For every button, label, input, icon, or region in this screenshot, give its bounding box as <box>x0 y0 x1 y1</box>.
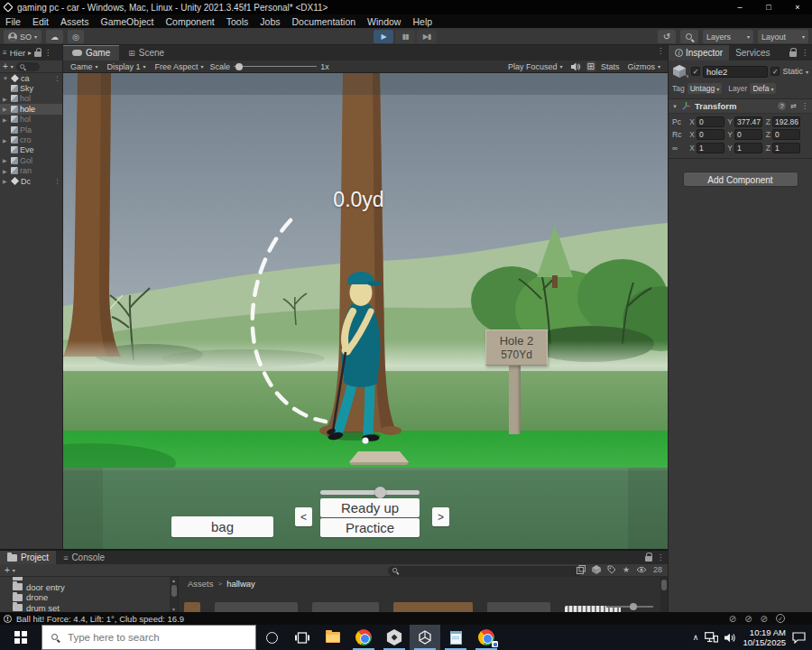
next-arrow-button[interactable]: > <box>432 507 449 526</box>
task-view-button[interactable] <box>287 625 318 650</box>
start-button[interactable] <box>0 625 42 650</box>
scale-link-icon[interactable]: ∞ <box>672 144 687 153</box>
menu-help[interactable]: Help <box>412 16 432 27</box>
scale-y-field[interactable]: 1 <box>734 143 762 153</box>
hierarchy-tab[interactable]: ≡ Hier ▸ ⋮ <box>0 45 62 60</box>
prev-arrow-button[interactable]: < <box>295 507 312 526</box>
kebab-icon[interactable]: ⋮ <box>657 553 664 562</box>
help-icon[interactable]: ? <box>778 102 786 110</box>
bag-button[interactable]: bag <box>171 516 273 537</box>
transform-header[interactable]: ▼ Transform ? ⇄ ⋮ <box>669 99 812 114</box>
aspect-dropdown[interactable]: Free Aspect ▾ <box>152 62 207 71</box>
layout-dropdown[interactable]: Layout ▾ <box>758 30 808 43</box>
lock-icon[interactable] <box>789 51 797 57</box>
undo-history-button[interactable]: ↺ <box>658 30 676 43</box>
menu-tools[interactable]: Tools <box>226 16 249 27</box>
account-dropdown[interactable]: SO ▾ <box>4 30 42 43</box>
tab-project[interactable]: Project <box>0 551 56 564</box>
rotation-z-field[interactable]: 0 <box>772 129 800 140</box>
tag-icon[interactable] <box>607 565 616 574</box>
cache-disabled-icon[interactable]: ⊘ <box>761 614 768 624</box>
tab-inspector[interactable]: i Inspector <box>669 45 729 60</box>
object-name-field[interactable]: hole2 <box>703 66 768 78</box>
maximize-button[interactable]: □ <box>754 0 783 14</box>
breadcrumb-current[interactable]: hallway <box>226 579 255 589</box>
menu-edit[interactable]: Edit <box>32 16 49 27</box>
status-message[interactable]: Ball hit! Force: 4.4, Lift: 1°, Club spe… <box>16 614 184 624</box>
hierarchy-item[interactable]: ▶ Gol <box>0 155 62 165</box>
foldout-closed-icon[interactable]: ▶ <box>3 157 9 163</box>
log-warning-icon[interactable]: ! <box>4 615 12 623</box>
tab-console[interactable]: ≡ Console <box>56 551 112 564</box>
folder-row[interactable]: drone <box>0 592 170 603</box>
power-slider-handle[interactable] <box>374 487 386 498</box>
taskbar-clock[interactable]: 10:19 AM 10/15/2025 <box>743 627 786 647</box>
taskbar-search-input[interactable] <box>66 631 228 644</box>
kebab-icon[interactable]: ⋮ <box>801 102 808 110</box>
tag-dropdown[interactable]: Untagg ▾ <box>687 83 722 94</box>
play-button[interactable]: ▶ <box>374 30 393 43</box>
position-z-field[interactable]: 192.86 <box>772 116 800 127</box>
power-slider[interactable] <box>320 490 420 495</box>
gizmos-dropdown[interactable]: Gizmos ▾ <box>624 62 663 71</box>
tab-services[interactable]: Services <box>729 45 776 60</box>
menu-assets[interactable]: Assets <box>60 16 89 27</box>
scroll-up-icon[interactable]: ▲ <box>170 578 178 583</box>
search-button[interactable] <box>680 30 698 43</box>
zoom-slider-handle[interactable] <box>630 603 637 610</box>
hierarchy-item[interactable]: Pla <box>0 125 62 135</box>
foldout-closed-icon[interactable]: ▶ <box>3 168 9 174</box>
step-button[interactable]: ▶▮ <box>417 30 437 43</box>
notifications-muted-icon[interactable]: ⊘ <box>729 614 736 624</box>
presets-icon[interactable]: ⇄ <box>790 102 797 110</box>
unity-editor-button[interactable] <box>410 625 440 650</box>
hierarchy-item[interactable]: ▶ cro <box>0 135 62 144</box>
pause-button[interactable]: ▮▮ <box>395 30 415 43</box>
foldout-closed-icon[interactable]: ▶ <box>3 178 9 184</box>
focus-frame-icon[interactable] <box>577 565 586 574</box>
position-y-field[interactable]: 377.47 <box>734 116 762 127</box>
close-button[interactable]: × <box>783 0 812 14</box>
volume-icon[interactable] <box>724 633 736 643</box>
project-search-input[interactable] <box>388 566 583 576</box>
scrollbar-thumb[interactable] <box>661 580 667 590</box>
folder-list-scrollbar[interactable]: ▲ ▼ <box>170 577 178 613</box>
hierarchy-scene-row[interactable]: ▼ ca ⋮ <box>0 73 62 83</box>
render-target-dropdown[interactable]: Game ▾ <box>68 62 101 71</box>
create-button[interactable]: + <box>3 61 8 71</box>
position-x-field[interactable]: 0 <box>697 116 724 127</box>
foldout-closed-icon[interactable]: ▶ <box>3 116 9 123</box>
foldout-closed-icon[interactable]: ▶ <box>3 96 9 102</box>
ok-status-icon[interactable]: ✓ <box>776 614 785 623</box>
practice-button[interactable]: Practice <box>320 518 420 537</box>
rotation-y-field[interactable]: 0 <box>734 129 762 140</box>
cloud-button[interactable]: ☁ <box>46 30 63 43</box>
foldout-closed-icon[interactable]: ▶ <box>3 106 9 112</box>
breadcrumb-assets[interactable]: Assets <box>188 579 214 589</box>
cortana-button[interactable] <box>256 625 287 650</box>
play-focused-dropdown[interactable]: Play Focused ▾ <box>505 62 566 71</box>
asset-pane-scrollbar[interactable] <box>660 577 668 613</box>
menu-gameobject[interactable]: GameObject <box>101 16 154 27</box>
create-asset-button[interactable]: + <box>5 565 10 575</box>
chrome-button[interactable] <box>348 625 379 650</box>
layer-dropdown[interactable]: Defa ▾ <box>750 83 776 94</box>
kebab-icon[interactable]: ⋮ <box>801 49 808 57</box>
lock-icon[interactable] <box>34 51 42 57</box>
menu-window[interactable]: Window <box>367 16 401 27</box>
folder-row[interactable]: door entry <box>0 582 170 593</box>
hierarchy-item[interactable]: Sky <box>0 83 62 93</box>
hierarchy-item-selected[interactable]: ▶ hole <box>0 104 62 114</box>
foldout-open-icon[interactable]: ▼ <box>3 76 9 81</box>
active-checkbox[interactable]: ✓ <box>691 67 700 76</box>
layers-dropdown[interactable]: Layers ▾ <box>703 30 753 43</box>
scale-slider[interactable] <box>234 66 317 67</box>
scale-slider-handle[interactable] <box>235 63 243 70</box>
tab-scene[interactable]: ⊞ Scene <box>119 45 173 60</box>
collab-disabled-icon[interactable]: ⊘ <box>744 614 752 624</box>
rotation-x-field[interactable]: 0 <box>697 129 724 140</box>
thumbnail-zoom-slider[interactable] <box>606 606 653 608</box>
foldout-open-icon[interactable]: ▼ <box>672 104 678 109</box>
scale-x-field[interactable]: 1 <box>697 143 724 153</box>
hierarchy-item[interactable]: ▶ ran <box>0 166 62 176</box>
